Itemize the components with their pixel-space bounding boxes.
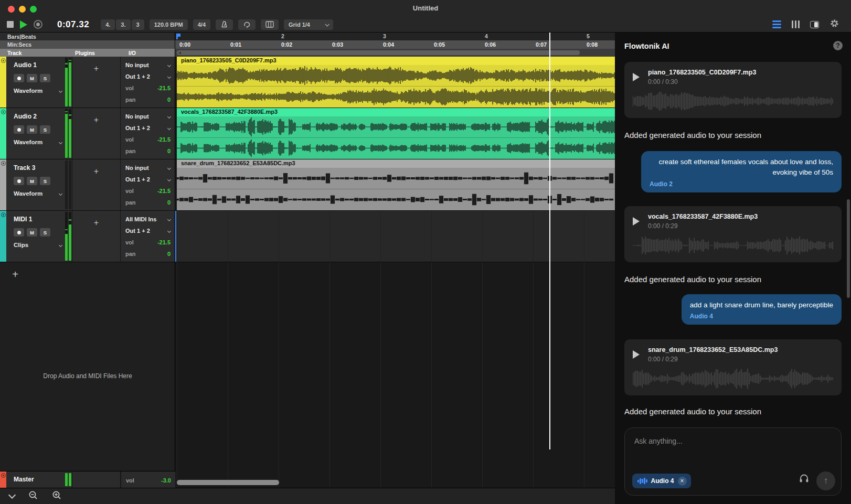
chevron-down-icon bbox=[59, 243, 62, 246]
track-row-audio1[interactable]: Audio 1 M S Waveform + No input Out 1 + … bbox=[0, 57, 175, 108]
listen-button[interactable] bbox=[799, 473, 810, 486]
zoom-in-button[interactable] bbox=[52, 490, 62, 502]
track-context-chip[interactable]: Audio 4 × bbox=[632, 474, 691, 488]
add-plugin-button[interactable]: + bbox=[72, 211, 121, 262]
grid-select[interactable]: Grid 1/4 bbox=[284, 19, 333, 30]
track-view-select[interactable]: Clips bbox=[14, 242, 62, 248]
input-select[interactable]: No input bbox=[125, 164, 171, 172]
pan-value[interactable]: 0 bbox=[167, 96, 171, 103]
help-button[interactable]: ? bbox=[833, 41, 843, 50]
solo-button[interactable]: S bbox=[40, 228, 50, 237]
add-plugin-button[interactable]: + bbox=[72, 159, 121, 210]
time-display[interactable]: 0:07.32 bbox=[57, 19, 89, 30]
horizontal-scrollbar[interactable] bbox=[177, 480, 279, 485]
track-color-strip[interactable] bbox=[0, 211, 6, 262]
bpm-display[interactable]: 120.0 BPM bbox=[150, 19, 188, 30]
play-icon[interactable] bbox=[633, 350, 640, 359]
ai-panel-toggle-button[interactable] bbox=[772, 20, 781, 28]
track-view-select[interactable]: Waveform bbox=[14, 88, 62, 94]
pan-value[interactable]: 0 bbox=[167, 199, 171, 206]
output-select[interactable]: Out 1 + 2 bbox=[125, 124, 171, 132]
add-plugin-button[interactable]: + bbox=[72, 57, 121, 108]
solo-button[interactable]: S bbox=[40, 74, 50, 82]
output-select[interactable]: Out 1 + 2 bbox=[125, 72, 171, 81]
card-waveform[interactable] bbox=[633, 368, 833, 389]
stop-button[interactable] bbox=[7, 21, 14, 28]
mute-button[interactable]: M bbox=[27, 125, 37, 134]
time-signature[interactable]: 4/4 bbox=[193, 19, 210, 30]
send-button[interactable]: ↑ bbox=[816, 471, 835, 490]
vol-value[interactable]: -21.5 bbox=[157, 136, 171, 143]
arm-button[interactable] bbox=[14, 177, 24, 185]
add-track-button[interactable]: + bbox=[9, 269, 21, 281]
track-view-select[interactable]: Waveform bbox=[14, 190, 62, 197]
vol-value[interactable]: -21.5 bbox=[157, 239, 171, 245]
chat-input-box[interactable]: Audio 4 × ↑ bbox=[624, 427, 842, 496]
master-plugins-cell[interactable] bbox=[72, 471, 121, 488]
output-select[interactable]: Out 1 + 2 bbox=[125, 175, 171, 184]
panel-scrollbar[interactable] bbox=[847, 199, 850, 298]
solo-button[interactable]: S bbox=[40, 125, 50, 134]
mute-button[interactable]: M bbox=[27, 228, 37, 237]
master-track-row[interactable]: Master vol-3.0 bbox=[0, 471, 175, 488]
track-name[interactable]: Audio 2 bbox=[14, 113, 37, 120]
arm-button[interactable] bbox=[14, 228, 24, 237]
metronome-button[interactable] bbox=[216, 19, 233, 30]
settings-button[interactable] bbox=[829, 18, 839, 30]
vol-value[interactable]: -21.5 bbox=[157, 188, 171, 194]
message-track-ref[interactable]: Audio 4 bbox=[690, 313, 833, 320]
playhead[interactable] bbox=[549, 33, 550, 449]
position-beat[interactable]: 3. bbox=[116, 19, 130, 30]
solo-button[interactable]: S bbox=[40, 177, 50, 185]
message-track-ref[interactable]: Audio 2 bbox=[650, 180, 833, 188]
position-sub[interactable]: 3 bbox=[132, 19, 144, 30]
ask-input[interactable] bbox=[627, 431, 839, 451]
arm-button[interactable] bbox=[14, 74, 24, 82]
mute-button[interactable]: M bbox=[27, 74, 37, 82]
record-button[interactable] bbox=[34, 20, 42, 29]
track-row-midi1[interactable]: MIDI 1 M S Clips + All MIDI Ins Out 1 + … bbox=[0, 211, 175, 262]
track-view-select[interactable]: Waveform bbox=[14, 139, 62, 145]
playback-start-marker-icon[interactable] bbox=[176, 34, 180, 39]
bars-beats-label[interactable]: Bars|Beats bbox=[0, 33, 175, 40]
track-name[interactable]: Track 3 bbox=[14, 164, 35, 171]
pan-value[interactable]: 0 bbox=[167, 148, 171, 154]
mute-button[interactable]: M bbox=[27, 177, 37, 185]
output-select[interactable]: Out 1 + 2 bbox=[125, 227, 171, 235]
piano-keyboard-button[interactable] bbox=[261, 19, 279, 30]
chevron-down-icon bbox=[167, 74, 171, 78]
gear-icon bbox=[829, 18, 839, 28]
play-button[interactable] bbox=[20, 20, 27, 29]
track-name[interactable]: Audio 1 bbox=[14, 61, 37, 69]
min-secs-label[interactable]: Min:Secs bbox=[0, 40, 175, 49]
position-bar[interactable]: 4. bbox=[101, 19, 115, 30]
track-row-track3[interactable]: Track 3 M S Waveform + No input Out 1 + … bbox=[0, 159, 175, 211]
input-select[interactable]: No input bbox=[125, 112, 171, 121]
vol-value[interactable]: -3.0 bbox=[161, 477, 171, 484]
grid-select-value: Grid 1/4 bbox=[289, 22, 310, 28]
collapse-button[interactable] bbox=[8, 491, 16, 499]
vol-value[interactable]: -21.5 bbox=[157, 85, 171, 91]
zoom-out-button[interactable] bbox=[28, 490, 38, 502]
input-select[interactable]: No input bbox=[125, 61, 171, 69]
drop-files-hint[interactable]: Drop Audio and MIDI Files Here bbox=[0, 372, 175, 380]
track-name[interactable]: MIDI 1 bbox=[14, 216, 32, 223]
chip-close-button[interactable]: × bbox=[678, 477, 687, 486]
pan-value[interactable]: 0 bbox=[167, 251, 171, 257]
loop-button[interactable] bbox=[238, 19, 256, 30]
zoom-range-handle[interactable] bbox=[177, 50, 580, 55]
arm-button[interactable] bbox=[14, 125, 24, 134]
track-color-strip[interactable] bbox=[0, 57, 6, 108]
play-icon[interactable] bbox=[633, 73, 640, 81]
card-waveform[interactable] bbox=[633, 235, 833, 256]
track-color-strip[interactable] bbox=[0, 108, 6, 159]
track-color-strip[interactable] bbox=[0, 471, 6, 488]
card-waveform[interactable] bbox=[633, 91, 833, 112]
input-select[interactable]: All MIDI Ins bbox=[125, 215, 171, 223]
add-plugin-button[interactable]: + bbox=[72, 108, 121, 159]
track-color-strip[interactable] bbox=[0, 159, 6, 210]
mixer-button[interactable] bbox=[792, 20, 800, 28]
play-icon[interactable] bbox=[633, 217, 640, 226]
sidebar-toggle-button[interactable] bbox=[810, 21, 819, 28]
track-row-audio2[interactable]: Audio 2 M S Waveform + No input Out 1 + … bbox=[0, 108, 175, 159]
